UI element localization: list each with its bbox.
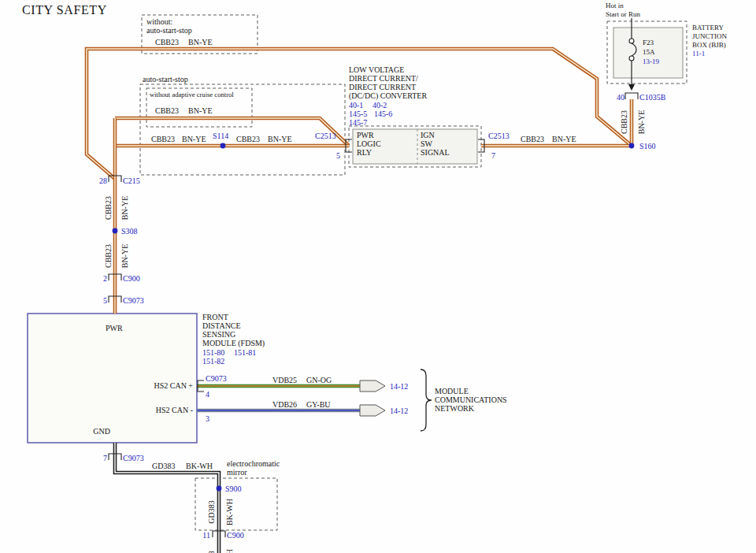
bjb-name-1: BATTERY (692, 24, 724, 32)
row-b-left-circuit: CBB23 (151, 135, 175, 143)
dcdc-pwr-2: LOGIC (357, 139, 381, 148)
bjb-wire-circuit: CBB23 (620, 110, 628, 134)
hot-in-label: Hot in (606, 2, 624, 9)
connector-c900: C900 (123, 274, 140, 283)
pin-7-gnd: 7 (103, 454, 107, 462)
bjb-name-3: BOX (BJB) (692, 41, 726, 49)
fdsm-ref-2: 151-81 (234, 348, 256, 357)
fdsm-pin-gnd: GND (93, 427, 110, 436)
dcdc-ref-1: 40-1 (349, 101, 363, 109)
fdsm-name-4: MODULE (FDSM) (202, 339, 265, 348)
pin-5-c9073: 5 (103, 296, 107, 305)
chain-wire2-circuit: CBB23 (104, 244, 113, 268)
wiring-diagram-page: CITY SAFETY Hot in Start or Run F23 15A … (0, 0, 756, 553)
can-plus-pin-4: 4 (206, 390, 209, 399)
c1035b-connector-symbol (625, 93, 638, 99)
row-b-right-color: BN-YE (268, 135, 292, 143)
dcdc-ign-3: SIGNAL (421, 148, 450, 157)
pin-11: 11 (202, 531, 210, 540)
dcdc-out-circuit: CBB23 (521, 135, 544, 143)
dcdc-ref-5: 145-7 (349, 118, 367, 127)
can-plus-color: GN-OG (306, 376, 332, 384)
splice-s900: S900 (225, 484, 242, 493)
network-label-3: NETWORK (435, 404, 475, 413)
can-plus-page-ref: 14-12 (390, 382, 408, 391)
gnd-bottom-color: BK-WH (225, 549, 234, 553)
chain-wire1-circuit: CBB23 (104, 196, 113, 220)
bypass-wire-circuit: CBB23 (155, 38, 179, 46)
connector-c9073-gnd: C9073 (123, 454, 144, 462)
pin-40: 40 (617, 93, 624, 102)
pin-2: 2 (103, 274, 107, 283)
connector-c900-mirror: C900 (227, 531, 244, 540)
chain-wire2-color: BN-YE (120, 244, 129, 269)
gnd-rot-circuit: GD383 (207, 500, 216, 523)
bypass-wire-color: BN-YE (188, 38, 213, 46)
dcdc-ign-2: SW (421, 139, 433, 148)
bjb-page-ref: 11-1 (692, 50, 705, 58)
ass-box-label: auto-start-stop (143, 75, 188, 84)
dcdc-name-3: DIRECT CURRENT (349, 83, 416, 91)
fdsm-pin-can-plus: HS2 CAN + (154, 381, 193, 390)
pin-28: 28 (99, 176, 107, 185)
bjb-name-2: JUNCTION (692, 32, 727, 40)
mirror-label-2: mirror (227, 468, 247, 477)
can-plus-terminal-lug (360, 380, 385, 392)
dcdc-name-1: LOW VOLTAGE (349, 65, 404, 74)
pin-7-c2513: 7 (491, 151, 495, 160)
city-safety-wiring-diagram: CITY SAFETY Hot in Start or Run F23 15A … (0, 0, 756, 553)
dcdc-name-4: (DC/DC) CONVERTER (349, 91, 427, 101)
row-a-wire-circuit: CBB23 (155, 106, 179, 115)
mirror-label-1: electrochromatic (227, 459, 280, 468)
can-minus-circuit: VDB26 (272, 400, 297, 409)
row-a-bnye-wire (115, 118, 349, 146)
can-connector-c9073: C9073 (206, 374, 227, 383)
s160-splice-dot (629, 143, 635, 149)
fdsm-pin-can-minus: HS2 CAN - (156, 406, 193, 414)
dcdc-ref-2: 40-2 (372, 101, 387, 109)
dcdc-ref-3: 145-5 (349, 109, 367, 118)
connector-c1035b: C1035B (639, 93, 666, 102)
splice-s308: S308 (121, 227, 138, 236)
row-b-left-color: BN-YE (182, 135, 206, 143)
network-label-1: MODULE (435, 387, 469, 395)
splice-s114: S114 (213, 132, 228, 140)
wacc-box-label: without adaptive cruise control (150, 91, 234, 98)
dcdc-pwr-1: PWR (357, 131, 374, 139)
fdsm-ref-3: 151-82 (202, 357, 224, 366)
fuse-terminal-bottom (629, 56, 634, 61)
bypass-label-1: without: (146, 17, 172, 26)
gnd-wire-circuit: GD383 (152, 462, 175, 470)
fdsm-module-box (28, 314, 197, 443)
bjb-wire-color: BN-YE (637, 110, 646, 135)
s308-splice-dot (113, 228, 118, 234)
fdsm-pin-pwr: PWR (106, 324, 123, 332)
connector-c2513-right: C2513 (488, 132, 510, 140)
current-direction-arrow (628, 84, 635, 91)
can-minus-page-ref: 14-12 (390, 406, 408, 415)
dcdc-pwr-3: RLY (357, 148, 372, 157)
hot-in-label-2: Start or Run (606, 10, 640, 18)
connector-c9073: C9073 (123, 296, 144, 305)
fdsm-name-3: SENSING (202, 330, 235, 339)
fuse-rating: 15A (643, 48, 655, 56)
fuse-terminal-top (629, 39, 634, 43)
can-plus-circuit: VDB25 (272, 376, 297, 384)
row-a-wire-color: BN-YE (188, 106, 213, 115)
network-label-2: COMMUNICATIONS (435, 395, 507, 404)
fdsm-ref-1: 151-80 (202, 348, 224, 357)
can-minus-terminal-lug (360, 405, 385, 416)
network-brace (421, 369, 432, 431)
can-minus-color: GY-BU (306, 400, 331, 409)
s114-splice-dot (220, 143, 226, 149)
dcdc-out-color: BN-YE (552, 135, 576, 143)
fuse-page-ref: 13-19 (643, 58, 659, 65)
chain-wire1-color: BN-YE (120, 196, 129, 221)
dcdc-ref-4: 145-6 (374, 109, 392, 118)
dcdc-name-2: DIRECT CURRENT/ (349, 74, 418, 83)
connector-c2513-left: C2513 (315, 132, 336, 140)
splice-s160: S160 (639, 142, 656, 150)
row-b-right-circuit: CBB23 (236, 135, 260, 143)
s900-splice-dot (217, 486, 222, 492)
pin-5-c2513: 5 (336, 151, 340, 160)
